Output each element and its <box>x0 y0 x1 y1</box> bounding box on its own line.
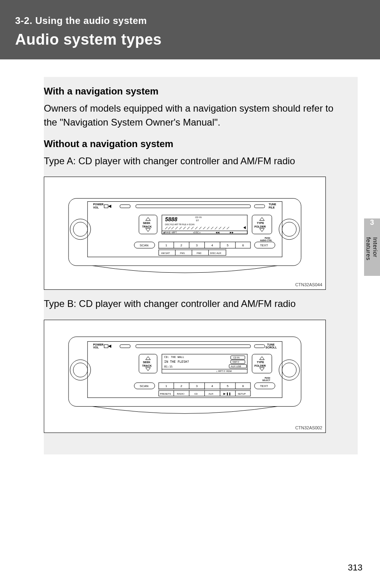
svg-text:4: 4 <box>212 384 214 388</box>
svg-text:DISC·AUX: DISC·AUX <box>210 252 221 254</box>
svg-text:FOLDER: FOLDER <box>255 364 266 367</box>
svg-rect-8 <box>136 205 251 208</box>
svg-text:▶·❚❚: ▶·❚❚ <box>223 392 231 395</box>
svg-text:VOL: VOL <box>93 346 99 349</box>
svg-text:POWER: POWER <box>93 203 104 206</box>
svg-point-78 <box>282 363 296 377</box>
svg-text:AUDIO CTRL: AUDIO CTRL <box>260 240 272 242</box>
paragraph-with-nav: Owners of models equipped with a navigat… <box>44 102 346 130</box>
diagram-b-code: CTN32AS002 <box>295 425 322 430</box>
svg-text:AM·SAT: AM·SAT <box>161 252 170 254</box>
svg-line-25 <box>165 227 167 230</box>
svg-text:SETUP: SETUP <box>238 393 246 395</box>
svg-text:SELECT: SELECT <box>262 380 270 382</box>
svg-text:AUX: AUX <box>209 393 214 395</box>
svg-text:DISC   FLD  ART  TR  FILE     : DISC FLD ART TR FILE ⟳ SCAN <box>165 224 194 226</box>
svg-text:⇄RAND  ⟲RPT: ⇄RAND ⟲RPT <box>163 232 176 234</box>
svg-text:TRACK: TRACK <box>142 364 152 367</box>
svg-text:ST: ST <box>196 220 199 222</box>
diagram-type-b: POWER VOL TUNE SCROLL SEEK TRACK TYPE <box>44 320 326 433</box>
svg-text:6: 6 <box>242 384 244 388</box>
svg-text:5888: 5888 <box>165 216 177 223</box>
heading-with-nav: With a navigation system <box>44 86 346 97</box>
svg-line-33 <box>195 227 198 230</box>
svg-rect-82 <box>255 345 265 348</box>
svg-text:3: 3 <box>196 384 198 388</box>
svg-rect-80 <box>120 345 130 348</box>
svg-text:TEXT: TEXT <box>260 384 268 388</box>
svg-text:TYPE: TYPE <box>257 361 264 364</box>
svg-rect-7 <box>120 205 130 208</box>
svg-line-40 <box>223 227 225 230</box>
svg-line-39 <box>219 227 221 230</box>
svg-text:PRESETS: PRESETS <box>160 393 171 395</box>
svg-text:SEEK: SEEK <box>143 361 151 364</box>
page-title: Audio system types <box>15 31 365 48</box>
svg-text:▶▶: ▶▶ <box>230 231 234 234</box>
svg-line-41 <box>227 227 229 230</box>
svg-point-5 <box>282 222 296 237</box>
svg-text:POWER: POWER <box>93 343 104 346</box>
diagram-a-code: CTN32AS044 <box>295 282 322 287</box>
heading-without-nav: Without a navigation system <box>44 138 346 149</box>
svg-text:5: 5 <box>227 244 229 247</box>
svg-text:⟲BT⟳: ⟲BT⟳ <box>232 361 239 363</box>
svg-line-38 <box>215 227 217 230</box>
section-number: 3-2. Using the audio system <box>15 15 365 26</box>
svg-text:1: 1 <box>165 384 167 388</box>
svg-point-3 <box>73 222 88 237</box>
page-number: 313 <box>348 562 362 573</box>
svg-text:◀◀: ◀◀ <box>215 231 219 234</box>
svg-text:TUNE: TUNE <box>269 203 276 206</box>
svg-text:4: 4 <box>212 244 214 247</box>
svg-line-35 <box>203 227 206 230</box>
svg-text:SCROLL: SCROLL <box>266 346 277 349</box>
svg-text:3: 3 <box>196 244 198 247</box>
svg-text:TEXT: TEXT <box>260 244 268 247</box>
svg-text:FM1: FM1 <box>180 252 185 254</box>
svg-line-28 <box>175 227 178 230</box>
svg-text:CD: CD <box>194 393 198 395</box>
svg-text:TYPE: TYPE <box>257 222 264 225</box>
content-block: With a navigation system Owners of model… <box>44 77 358 454</box>
chapter-number: 3 <box>370 218 374 227</box>
svg-line-31 <box>187 227 190 230</box>
svg-text:01:15: 01:15 <box>164 365 172 368</box>
svg-text:♩ RPT   ⟳ RDM: ♩ RPT ⟳ RDM <box>216 370 231 372</box>
svg-text:PUSH: PUSH <box>265 237 270 239</box>
svg-line-26 <box>168 227 170 230</box>
svg-text:CD: THE WALL: CD: THE WALL <box>164 356 184 359</box>
svg-line-32 <box>191 227 194 230</box>
svg-text:∨DISC∧: ∨DISC∧ <box>193 232 201 234</box>
svg-text:FOLDER: FOLDER <box>255 225 266 228</box>
svg-line-34 <box>199 227 202 230</box>
svg-text:CD IN: CD IN <box>195 216 202 219</box>
svg-point-76 <box>73 363 88 377</box>
svg-line-30 <box>183 227 186 230</box>
paragraph-type-b: Type B: CD player with changer controlle… <box>44 297 346 311</box>
svg-text:VOL: VOL <box>93 206 99 209</box>
svg-text:SCAN: SCAN <box>140 384 149 388</box>
svg-text:6: 6 <box>242 244 244 247</box>
svg-text:PUSH: PUSH <box>265 377 270 379</box>
svg-line-27 <box>171 227 174 230</box>
svg-text:RADIO: RADIO <box>177 393 184 395</box>
svg-text:SEEK: SEEK <box>143 222 151 225</box>
svg-text:1: 1 <box>165 244 167 247</box>
svg-line-37 <box>211 227 214 230</box>
svg-text:FILE: FILE <box>269 206 275 209</box>
svg-text:5: 5 <box>227 384 229 388</box>
svg-text:TRACK: TRACK <box>142 225 152 228</box>
svg-line-29 <box>179 227 182 230</box>
svg-text:2: 2 <box>180 384 182 388</box>
svg-text:SCAN: SCAN <box>140 244 149 247</box>
chapter-label: Interior features <box>365 237 379 276</box>
svg-text:IN THE FLESH?: IN THE FLESH? <box>164 360 189 364</box>
svg-rect-6 <box>104 205 108 208</box>
svg-rect-1 <box>88 202 282 257</box>
svg-rect-9 <box>255 205 265 208</box>
svg-text:FM2: FM2 <box>197 252 202 254</box>
svg-text:AUX USB: AUX USB <box>231 365 241 368</box>
diagram-type-a: POWER VOL TUNE FILE SEEK TRACK <box>44 177 326 290</box>
svg-line-36 <box>207 227 210 230</box>
